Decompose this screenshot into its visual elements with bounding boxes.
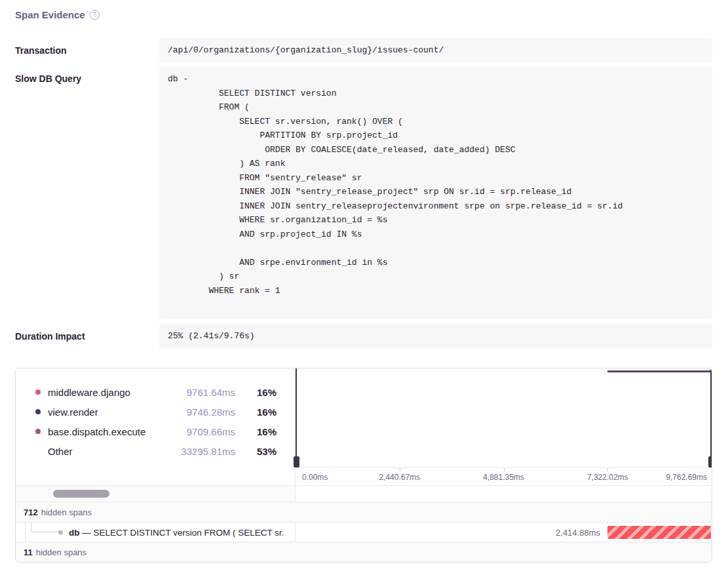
legend-item: middleware.django 9761.64ms 16% <box>16 382 295 402</box>
legend-item-duration: 9746.28ms <box>187 406 235 418</box>
tree-node-dot-icon <box>58 530 63 534</box>
span-query-snippet: SELECT DISTINCT version FROM ( SELECT sr… <box>94 527 284 537</box>
span-row-db[interactable]: db — SELECT DISTINCT version FROM ( SELE… <box>16 522 712 542</box>
section-header: Span Evidence ? <box>15 9 712 20</box>
legend-item-label: view.render <box>48 406 180 418</box>
time-axis: 0.00ms 2,440.67ms 4,881.35ms 7,322.02ms … <box>296 467 712 485</box>
span-row-timeline-cell: 2,414.88ms <box>296 523 712 542</box>
hidden-spans-count: 712 <box>24 507 38 517</box>
minimap-right-handle[interactable] <box>710 368 712 467</box>
axis-label: 2,440.67ms <box>379 473 420 482</box>
legend-color-dot <box>35 448 41 454</box>
hidden-spans-row-before[interactable]: 712 hidden spans <box>16 502 712 522</box>
span-description: db — SELECT DISTINCT version FROM ( SELE… <box>69 527 295 537</box>
legend-color-dot <box>35 429 41 434</box>
legend-item-percent: 16% <box>242 426 277 437</box>
axis-label: 7,322.02ms <box>587 473 628 482</box>
duration-impact-row: Duration Impact 25% (2.41s/9.76s) <box>15 324 712 348</box>
transaction-value: /api/0/organizations/{organization_slug}… <box>159 38 712 62</box>
legend-item-duration: 33295.81ms <box>181 446 235 457</box>
minimap-right-grip[interactable] <box>708 456 713 467</box>
tree-scrollbar-spacer <box>296 486 712 502</box>
legend-item-percent: 16% <box>242 387 277 398</box>
span-waterfall-panel: middleware.django 9761.64ms 16% view.ren… <box>15 368 712 563</box>
help-icon[interactable]: ? <box>90 10 100 20</box>
tree-scrollbar-row <box>16 485 712 502</box>
legend-item-label: Other <box>48 446 174 457</box>
span-ops-legend: middleware.django 9761.64ms 16% view.ren… <box>16 368 296 485</box>
legend-item-duration: 9761.64ms <box>187 387 235 398</box>
axis-tick <box>504 468 505 471</box>
span-duration: 2,414.88ms <box>556 527 600 537</box>
transaction-label: Transaction <box>15 38 159 56</box>
minimap-left-grip[interactable] <box>294 456 299 467</box>
tree-scrollbar-thumb[interactable] <box>53 490 109 498</box>
duration-impact-value: 25% (2.41s/9.76s) <box>159 324 712 348</box>
legend-item-percent: 16% <box>242 406 277 418</box>
legend-item: view.render 9746.28ms 16% <box>16 402 295 422</box>
legend-item: base.dispatch.execute 9709.66ms 16% <box>16 422 295 441</box>
slow-db-query-label: Slow DB Query <box>15 66 159 84</box>
sql-query-value: db - SELECT DISTINCT version FROM ( SELE… <box>159 66 712 319</box>
sql-query-text: db - SELECT DISTINCT version FROM ( SELE… <box>159 66 712 319</box>
axis-tick <box>607 468 608 471</box>
transaction-row: Transaction /api/0/organizations/{organi… <box>15 38 712 62</box>
minimap-column: 0.00ms 2,440.67ms 4,881.35ms 7,322.02ms … <box>296 368 712 485</box>
minimap-left-handle[interactable] <box>296 368 297 467</box>
tree-connector <box>31 523 60 532</box>
legend-color-dot <box>35 389 41 395</box>
legend-item: Other 33295.81ms 53% <box>16 441 295 461</box>
tree-guide-line <box>25 523 26 542</box>
span-op: db <box>69 527 80 537</box>
legend-color-dot <box>35 409 41 414</box>
slow-db-query-row: Slow DB Query db - SELECT DISTINCT versi… <box>15 66 712 319</box>
minimap-span-bar <box>607 370 712 372</box>
panel-top: middleware.django 9761.64ms 16% view.ren… <box>16 368 712 485</box>
legend-item-duration: 9709.66ms <box>187 426 235 437</box>
legend-item-label: middleware.django <box>48 387 180 398</box>
hidden-spans-label: hidden spans <box>36 547 86 557</box>
legend-item-percent: 53% <box>242 446 277 457</box>
axis-label: 4,881.35ms <box>483 473 524 482</box>
hidden-spans-count: 11 <box>24 547 33 557</box>
hidden-spans-label: hidden spans <box>41 507 92 517</box>
page-title: Span Evidence <box>15 9 85 20</box>
span-duration-bar <box>607 526 711 539</box>
legend-item-label: base.dispatch.execute <box>48 426 180 437</box>
duration-impact-label: Duration Impact <box>15 324 159 342</box>
minimap-viewport[interactable] <box>296 368 712 467</box>
span-evidence-section: Span Evidence ? Transaction /api/0/organ… <box>0 0 728 563</box>
axis-label: 0.00ms <box>302 473 328 482</box>
tree-scrollbar-track[interactable] <box>16 486 296 502</box>
axis-label: 9,762.69ms <box>666 473 707 482</box>
span-row-tree-cell: db — SELECT DISTINCT version FROM ( SELE… <box>16 523 296 542</box>
span-dash: — <box>82 527 93 537</box>
hidden-spans-row-after[interactable]: 11 hidden spans <box>16 542 712 562</box>
axis-tick <box>400 468 400 471</box>
